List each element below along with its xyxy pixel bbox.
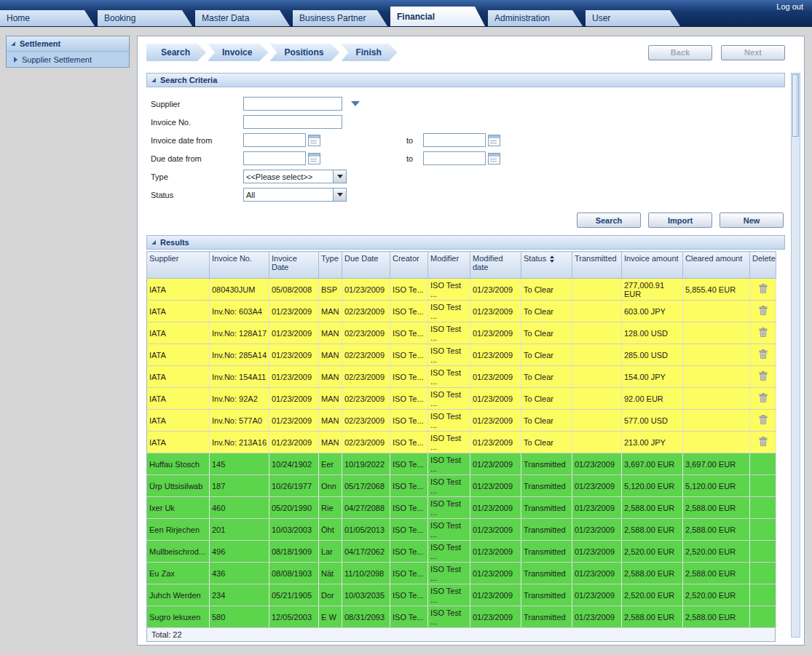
column-header-modified-date[interactable]: Modified date [470, 252, 521, 279]
cell-delete [750, 584, 776, 606]
cell-due-date: 01/23/2009 [342, 279, 390, 301]
invoice-no-input[interactable] [243, 115, 342, 129]
table-row[interactable]: IATAInv.No: 128A1701/23/2009MAN02/23/200… [147, 322, 776, 344]
logout-link[interactable]: Log out [776, 2, 803, 11]
table-row[interactable]: Huffau Stosch14510/24/1902Eer10/19/2022I… [147, 453, 776, 475]
cell-invoice-date: 01/23/2009 [269, 301, 319, 322]
column-header-delete[interactable]: Delete [750, 252, 776, 279]
next-button[interactable]: Next [721, 45, 785, 60]
table-row[interactable]: IATAInv.No: 213A1601/23/2009MAN02/23/200… [147, 432, 776, 453]
column-header-type[interactable]: Type [319, 252, 342, 279]
cell-cleared-amount [683, 388, 750, 410]
delete-icon[interactable] [759, 415, 768, 424]
results-header-row: SupplierInvoice No.Invoice DateTypeDue D… [147, 252, 776, 279]
wizard-step-invoice[interactable]: Invoice [208, 44, 268, 61]
type-select[interactable]: <<Please select>> [243, 170, 347, 183]
cell-type: MAN [319, 344, 342, 366]
table-row[interactable]: Ürp Uttsisilwab18710/26/1977Onn05/17/206… [147, 475, 776, 497]
delete-icon[interactable] [759, 393, 768, 402]
status-label: Status [151, 191, 243, 199]
cell-invoice-date: 12/05/2003 [269, 606, 319, 628]
cell-status: To Clear [521, 432, 572, 453]
cell-cleared-amount [683, 301, 750, 322]
cell-due-date: 04/17/2062 [342, 541, 390, 563]
delete-icon[interactable] [759, 328, 768, 337]
supplier-dropdown-icon[interactable] [351, 101, 360, 106]
results-header[interactable]: Results [146, 235, 785, 250]
column-header-supplier[interactable]: Supplier [147, 252, 210, 279]
cell-invoice-date: 10/26/1977 [269, 475, 319, 497]
tab-master-data[interactable]: Master Data [195, 10, 290, 26]
tab-administration[interactable]: Administration [488, 10, 583, 26]
table-row[interactable]: Ixer Uk46005/20/1990Rie04/27/2088ISO Te.… [147, 497, 776, 519]
wizard-step-search[interactable]: Search [146, 44, 206, 61]
invoice-date-from-input[interactable] [243, 133, 306, 147]
calendar-icon[interactable] [488, 135, 500, 146]
wizard-step-positions[interactable]: Positions [269, 44, 339, 61]
vertical-scrollbar[interactable] [791, 73, 800, 638]
wizard-step-finish[interactable]: Finish [341, 44, 397, 61]
table-row[interactable]: Een Rirjechen20110/03/2003Öht01/05/2013I… [147, 519, 776, 541]
cell-modifier: ISO Test ... [428, 279, 470, 301]
column-header-transmitted[interactable]: Transmitted [572, 252, 622, 279]
calendar-icon[interactable] [488, 153, 500, 164]
column-header-creator[interactable]: Creator [390, 252, 428, 279]
table-row[interactable]: IATAInv.No: 285A1401/23/2009MAN02/23/200… [147, 344, 776, 366]
delete-icon[interactable] [759, 437, 768, 446]
supplier-input[interactable] [243, 97, 342, 111]
scrollbar-thumb[interactable] [792, 74, 799, 137]
cell-invoice-amount: 277,000.91 EUR [622, 279, 683, 301]
sidebar-section-settlement[interactable]: Settlement [7, 36, 129, 52]
invoice-date-to-input[interactable] [423, 133, 486, 147]
cell-invoice-no: Inv.No: 92A2 [210, 388, 269, 410]
cell-invoice-amount: 2,588.00 EUR [622, 563, 683, 584]
table-row[interactable]: IATA080430JUM05/08/2008BSP01/23/2009ISO … [147, 279, 776, 301]
sort-icon[interactable] [550, 255, 554, 263]
new-button[interactable]: New [720, 213, 784, 228]
delete-icon[interactable] [759, 371, 768, 381]
column-header-invoice-amount[interactable]: Invoice amount [622, 252, 683, 279]
table-row[interactable]: Sugro lekuxen58012/05/2003E W08/31/2093I… [147, 606, 776, 628]
status-select[interactable]: All [243, 188, 347, 202]
cell-supplier: IATA [147, 279, 210, 301]
sidebar-item-supplier-settlement[interactable]: Supplier Settlement [7, 52, 129, 67]
table-row[interactable]: Eu Zax43608/08/1903Nät11/10/2098ISO Te..… [147, 563, 776, 584]
tab-business-partner[interactable]: Business Partner [293, 10, 387, 26]
tab-user[interactable]: User [586, 10, 680, 26]
tab-financial[interactable]: Financial [390, 7, 485, 26]
column-header-invoice-no[interactable]: Invoice No. [210, 252, 269, 279]
cell-type: MAN [319, 388, 342, 410]
tab-booking[interactable]: Booking [98, 10, 192, 26]
calendar-icon[interactable] [308, 135, 320, 146]
column-header-invoice-date[interactable]: Invoice Date [269, 252, 319, 279]
calendar-icon[interactable] [308, 153, 320, 164]
search-button[interactable]: Search [577, 213, 641, 228]
table-row[interactable]: Mullbeischrod...49608/18/1909Lar04/17/20… [147, 541, 776, 563]
cell-due-date: 10/03/2035 [342, 584, 390, 606]
cell-cleared-amount: 3,697.00 EUR [683, 453, 750, 475]
delete-icon[interactable] [759, 306, 768, 315]
cell-invoice-date: 08/08/1903 [269, 563, 319, 584]
table-row[interactable]: IATAInv.No: 154A1101/23/2009MAN02/23/200… [147, 366, 776, 388]
cell-transmitted [572, 432, 622, 453]
cell-creator: ISO Te... [390, 541, 428, 563]
column-header-status[interactable]: Status [521, 252, 572, 279]
cell-modifier: ISO Test ... [428, 563, 470, 584]
back-button[interactable]: Back [648, 45, 712, 60]
cell-modifier: ISO Test ... [428, 475, 470, 497]
import-button[interactable]: Import [648, 213, 712, 228]
delete-icon[interactable] [759, 349, 768, 359]
table-row[interactable]: IATAInv.No: 603A401/23/2009MAN02/23/2009… [147, 301, 776, 322]
table-row[interactable]: IATAInv.No: 92A201/23/2009MAN02/23/2009I… [147, 388, 776, 410]
search-criteria-header[interactable]: Search Criteria [146, 73, 785, 87]
delete-icon[interactable] [759, 284, 768, 293]
column-header-modifier[interactable]: Modifier [428, 252, 470, 279]
cell-invoice-no: Inv.No: 128A17 [210, 322, 269, 344]
column-header-due-date[interactable]: Due Date [342, 252, 390, 279]
column-header-cleared-amount[interactable]: Cleared amount [683, 252, 750, 279]
due-date-from-input[interactable] [243, 151, 306, 165]
table-row[interactable]: IATAInv.No: 577A001/23/2009MAN02/23/2009… [147, 410, 776, 432]
tab-home[interactable]: Home [0, 10, 95, 26]
table-row[interactable]: Juhch Werden23405/21/1905Dor10/03/2035IS… [147, 584, 776, 606]
due-date-to-input[interactable] [423, 151, 486, 165]
